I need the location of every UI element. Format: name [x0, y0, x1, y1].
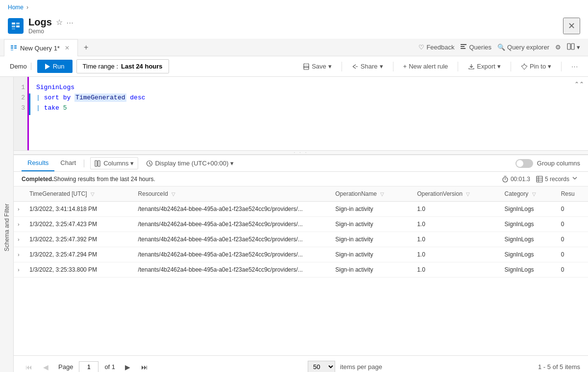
pin-action[interactable]: Pin to ▾ [517, 61, 555, 72]
feedback-action[interactable]: ♡ Feedback [418, 44, 454, 51]
filter-icon-resource[interactable]: ▽ [172, 191, 175, 197]
query-explorer-icon: 🔍 [497, 44, 505, 51]
row-expand-3[interactable]: › [18, 252, 20, 257]
more-actions-button[interactable]: ··· [567, 61, 582, 72]
page-size-select[interactable]: 50 100 250 [308, 361, 335, 372]
cell-category-2: SignInLogs [501, 232, 557, 247]
cell-resource-4: /tenants/4b2462a4-bbee-495a-a0e1-f23ae52… [134, 262, 332, 278]
export-action[interactable]: Export ▾ [464, 61, 505, 72]
query-tab-icon [10, 45, 17, 51]
columns-label: Columns [103, 160, 128, 167]
schema-filter-sidebar[interactable]: Schema and Filter [0, 77, 14, 372]
view-toggle-action[interactable]: ▾ [567, 43, 580, 51]
cell-time-1: 1/3/2022, 3:25:47.423 PM [25, 217, 134, 232]
line-numbers: 1 2 3 [14, 77, 27, 154]
breadcrumb-home[interactable]: Home [8, 4, 24, 11]
editor-resize-handle[interactable]: · · · [14, 150, 588, 154]
result-tab-actions: Columns ▾ Display time (UTC+00:00) ▾ [90, 157, 238, 169]
columns-view-icon [567, 43, 575, 50]
filter-icon-category[interactable]: ▽ [532, 191, 536, 197]
group-toggle-switch[interactable] [515, 159, 533, 168]
cell-category-0: SignInLogs [501, 202, 557, 217]
chevron-down-icon: ▾ [577, 44, 580, 51]
th-time-label: TimeGenerated [UTC] [29, 190, 87, 197]
time-range-label: Time range : [83, 63, 119, 70]
cell-resource-3: /tenants/4b2462a4-bbee-495a-a0e1-f23ae52… [134, 247, 332, 262]
data-table-container: TimeGenerated [UTC] ▽ ResourceId ▽ Opera… [14, 186, 588, 355]
collapse-editor-button[interactable]: ⌃⌃ [574, 81, 584, 88]
cell-version-3: 1.0 [413, 247, 500, 262]
filter-icon-version[interactable]: ▽ [466, 191, 470, 197]
cell-category-4: SignInLogs [501, 262, 557, 278]
svg-rect-2 [12, 25, 15, 27]
share-label: Share [361, 63, 378, 70]
stopwatch-icon [502, 176, 509, 183]
line-num-1: 1 [21, 83, 25, 93]
cell-operation-4: Sign-in activity [331, 262, 413, 278]
first-page-button[interactable]: ⏮ [22, 361, 36, 372]
queries-action[interactable]: Queries [460, 43, 491, 51]
tab-right-actions: ♡ Feedback Queries 🔍 Query explorer ⚙ [415, 41, 584, 53]
cell-version-0: 1.0 [413, 202, 500, 217]
elapsed-time-value: 00:01.3 [511, 176, 530, 183]
settings-action[interactable]: ⚙ [555, 44, 561, 51]
cell-result-2: 0 [557, 232, 588, 247]
run-button[interactable]: Run [37, 60, 73, 73]
pagination-bar: ⏮ ◀ Page of 1 ▶ ⏭ 50 100 250 items per p… [14, 355, 588, 372]
save-action[interactable]: Save ▾ [299, 61, 336, 72]
cell-operation-0: Sign-in activity [331, 202, 413, 217]
cell-operation-2: Sign-in activity [331, 232, 413, 247]
code-editor[interactable]: SigninLogs | sort by TimeGenerated desc … [30, 77, 588, 154]
status-completed: Completed. [22, 176, 53, 183]
filter-icon-time[interactable]: ▽ [91, 191, 95, 197]
close-button[interactable]: ✕ [563, 18, 580, 34]
svg-rect-19 [95, 161, 97, 166]
content-area: 1 2 3 SigninLogs | sort by TimeGenerated… [14, 77, 588, 372]
last-page-button[interactable]: ⏭ [137, 361, 152, 372]
th-operation-label: OperationName [335, 190, 377, 197]
favorite-icon[interactable]: ☆ [56, 18, 63, 27]
query-editor: 1 2 3 SigninLogs | sort by TimeGenerated… [14, 77, 588, 155]
filter-icon-operation[interactable]: ▽ [380, 191, 384, 197]
code-line-3: | take 5 [36, 103, 582, 114]
tab-chart[interactable]: Chart [54, 155, 82, 171]
expand-results-button[interactable] [569, 175, 580, 183]
time-range-value: Last 24 hours [121, 63, 163, 70]
svg-rect-9 [11, 49, 13, 50]
more-options-icon[interactable]: ··· [67, 19, 74, 26]
prev-page-button[interactable]: ◀ [39, 361, 52, 372]
svg-rect-8 [14, 47, 17, 48]
cell-result-1: 0 [557, 217, 588, 232]
status-detail: Showing results from the last 24 hours. [53, 176, 155, 183]
gear-icon: ⚙ [555, 44, 561, 51]
tab-results[interactable]: Results [22, 155, 54, 171]
new-alert-action[interactable]: + New alert rule [399, 61, 452, 72]
pin-icon [521, 63, 528, 70]
time-range-button[interactable]: Time range : Last 24 hours [76, 59, 169, 73]
cell-category-3: SignInLogs [501, 247, 557, 262]
sidebar-label: Schema and Filter [3, 204, 10, 251]
row-expand-4[interactable]: › [18, 267, 20, 273]
row-expand-1[interactable]: › [18, 221, 20, 227]
tab-new-query-1[interactable]: New Query 1* ✕ [4, 39, 78, 56]
columns-button[interactable]: Columns ▾ [90, 157, 138, 169]
query-explorer-action[interactable]: 🔍 Query explorer [497, 44, 549, 51]
table-row: › 1/3/2022, 3:25:47.392 PM /tenants/4b24… [14, 232, 588, 247]
share-action[interactable]: Share ▾ [348, 61, 387, 72]
line-num-3: 3 [21, 103, 25, 114]
next-page-button[interactable]: ▶ [121, 361, 134, 372]
records-count: 5 records [536, 176, 569, 183]
app-logo [8, 18, 24, 34]
add-tab-button[interactable]: + [79, 39, 93, 56]
expand-icon [571, 175, 578, 182]
total-items-label: 1 - 5 of 5 items [538, 363, 580, 371]
breadcrumb: Home › [0, 0, 588, 15]
th-expand [14, 186, 25, 202]
row-expand-2[interactable]: › [18, 236, 20, 242]
row-expand-0[interactable]: › [18, 206, 20, 212]
page-number-input[interactable] [79, 361, 98, 372]
table-icon [536, 176, 543, 183]
cell-operation-3: Sign-in activity [331, 247, 413, 262]
tab-close-button[interactable]: ✕ [63, 44, 72, 52]
display-time-button[interactable]: Display time (UTC+00:00) ▾ [142, 158, 238, 169]
